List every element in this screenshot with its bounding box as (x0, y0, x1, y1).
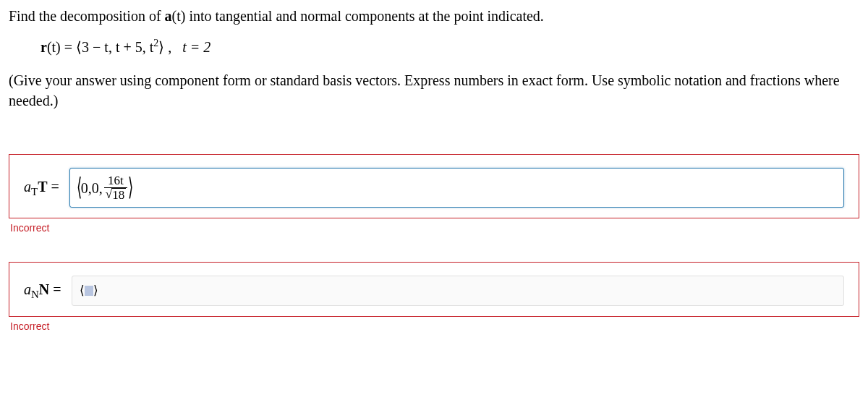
eq-r-arg: (t) = (47, 39, 76, 55)
answer-box-aN: aNN = ⟨⟩ (9, 262, 859, 317)
sqrt-icon: √18 (106, 188, 126, 202)
answer-box-aT: aTT = ⟨ 0,0, 16t √18 ⟩ (9, 154, 859, 219)
aT-fraction: 16t √18 (104, 174, 127, 202)
question-prompt: Find the decomposition of a(t) into tang… (9, 6, 859, 26)
input-aT[interactable]: ⟨ 0,0, 16t √18 ⟩ (69, 168, 844, 208)
feedback-incorrect-2: Incorrect (10, 320, 859, 334)
prompt-bold-a: a (165, 8, 172, 24)
prompt-pre: Find the decomposition of (9, 8, 165, 24)
eq-r: r (41, 39, 47, 55)
eq-t: t = 2 (182, 39, 210, 55)
rangle-icon: ⟩ (128, 180, 133, 195)
eq-body: 3 − t, t + 5, t (82, 39, 153, 55)
placeholder-icon (85, 286, 93, 296)
eq-comma: , (164, 39, 171, 55)
langle-icon: ⟨ (77, 180, 82, 195)
prompt-arg: (t) (172, 8, 186, 24)
eq-langle: ⟨ (76, 39, 82, 55)
equation-definition: r(t) = ⟨3 − t, t + 5, t2⟩ , t = 2 (9, 36, 859, 57)
label-aN: aNN = (24, 279, 61, 302)
aT-prefix: 0,0, (81, 178, 103, 198)
aT-num: 16t (106, 174, 125, 187)
label-aT: aTT = (24, 176, 59, 200)
feedback-incorrect-1: Incorrect (10, 221, 859, 236)
input-aN[interactable]: ⟨⟩ (72, 276, 844, 306)
aT-radicand: 18 (111, 188, 126, 202)
prompt-post: into tangential and normal components at… (185, 8, 543, 24)
instruction-text: (Give your answer using component form o… (9, 70, 859, 111)
